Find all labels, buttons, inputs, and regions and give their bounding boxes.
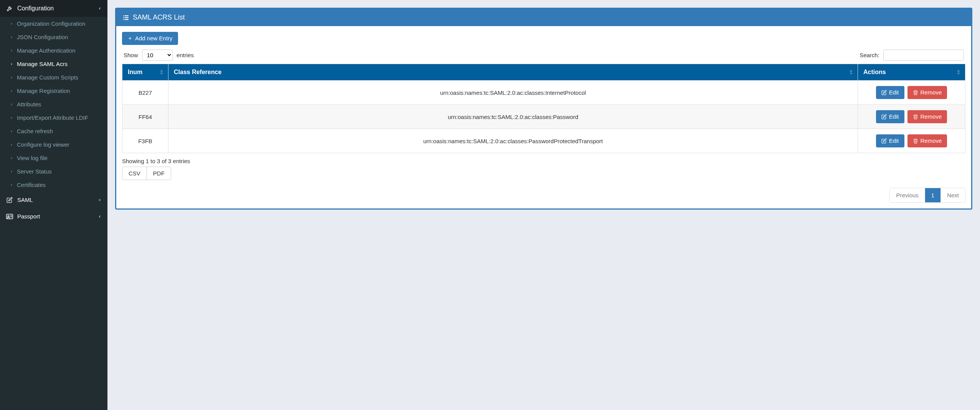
chevron-right-icon — [10, 48, 13, 53]
pagination-page-current[interactable]: 1 — [925, 188, 940, 202]
table-row: FF64urn:oasis:names:tc:SAML:2.0:ac:class… — [122, 105, 965, 129]
svg-marker-15 — [957, 73, 960, 74]
edit-icon — [881, 90, 887, 95]
sidebar-item[interactable]: Configure log viewer — [0, 138, 107, 151]
remove-button-label: Remove — [921, 137, 942, 144]
cell-inum: F3FB — [122, 129, 168, 153]
remove-button-label: Remove — [921, 89, 942, 96]
remove-button[interactable]: Remove — [907, 86, 947, 99]
svg-rect-6 — [123, 17, 124, 18]
table-row: F3FBurn:oasis:names:tc:SAML:2.0:ac:class… — [122, 129, 965, 153]
chevron-left-icon — [98, 197, 102, 203]
search-label: Search: — [860, 52, 879, 58]
sidebar-item-label: Manage SAML Acrs — [17, 61, 68, 67]
edit-button-label: Edit — [889, 113, 899, 120]
remove-button[interactable]: Remove — [907, 134, 947, 147]
cell-class-reference: urn:oasis:names:tc:SAML:2.0:ac:classes:P… — [168, 105, 858, 129]
sidebar-item-label: Manage Authentication — [17, 47, 76, 54]
col-inum-header[interactable]: Inum — [122, 64, 168, 81]
sidebar-item[interactable]: Manage Custom Scripts — [0, 71, 107, 84]
trash-icon — [913, 138, 918, 144]
chevron-right-icon — [10, 129, 13, 134]
cell-actions: EditRemove — [858, 105, 965, 129]
cell-actions: EditRemove — [858, 129, 965, 153]
pagination-next[interactable]: Next — [940, 188, 965, 202]
chevron-right-icon — [10, 75, 13, 80]
chevron-right-icon — [10, 183, 13, 187]
sidebar-item-label: Certificates — [17, 182, 46, 188]
sidebar-item-label: Attributes — [17, 101, 41, 107]
svg-rect-7 — [125, 17, 129, 18]
sidebar-item[interactable]: JSON Configuration — [0, 30, 107, 44]
export-pdf-button[interactable]: PDF — [147, 167, 171, 180]
edit-button[interactable]: Edit — [876, 134, 904, 147]
svg-marker-11 — [160, 73, 163, 74]
edit-button[interactable]: Edit — [876, 110, 904, 123]
sidebar-section-configuration[interactable]: Configuration — [0, 0, 107, 17]
entries-length-select[interactable]: 102550100 — [142, 50, 173, 61]
cell-class-reference: urn:oasis:names:tc:SAML:2.0:ac:classes:I… — [168, 81, 858, 105]
sidebar-section-label: Configuration — [17, 5, 54, 12]
sidebar-item[interactable]: Cache refresh — [0, 124, 107, 138]
svg-marker-14 — [957, 69, 960, 71]
sidebar-item[interactable]: Import/Export Attribute LDIF — [0, 111, 107, 124]
chevron-right-icon — [10, 35, 13, 40]
entries-label: entries — [177, 52, 194, 58]
sidebar-item[interactable]: Attributes — [0, 98, 107, 111]
chevron-right-icon — [10, 142, 13, 147]
svg-marker-12 — [850, 69, 853, 71]
add-new-entry-button[interactable]: Add new Entry — [122, 32, 178, 45]
search-control: Search: — [860, 50, 964, 61]
sidebar-item[interactable]: Manage Registration — [0, 84, 107, 98]
svg-rect-4 — [123, 15, 124, 16]
col-header-label: Inum — [128, 69, 142, 75]
pagination-previous[interactable]: Previous — [890, 188, 924, 202]
col-classref-header[interactable]: Class Reference — [168, 64, 858, 81]
edit-button-label: Edit — [889, 89, 899, 96]
sidebar-section-saml[interactable]: SAML — [0, 192, 107, 208]
svg-marker-10 — [160, 69, 163, 71]
search-input[interactable] — [883, 50, 964, 61]
col-actions-header: Actions — [858, 64, 965, 81]
add-new-entry-label: Add new Entry — [135, 35, 173, 42]
sort-icon — [159, 69, 164, 75]
edit-icon — [881, 114, 887, 119]
svg-rect-5 — [125, 15, 129, 16]
export-csv-button[interactable]: CSV — [122, 167, 147, 180]
svg-rect-9 — [125, 19, 129, 20]
main-content: SAML ACRS List Add new Entry Show 102550… — [107, 0, 980, 410]
sidebar-item[interactable]: Server Status — [0, 165, 107, 178]
id-card-icon — [6, 214, 13, 219]
sidebar-item[interactable]: Organization Configuration — [0, 17, 107, 30]
panel-body: Add new Entry Show 102550100 entries Sea… — [116, 26, 971, 208]
sidebar-item-label: Import/Export Attribute LDIF — [17, 114, 88, 121]
sidebar-item[interactable]: Certificates — [0, 178, 107, 192]
chevron-right-icon — [10, 102, 13, 107]
sort-icon — [956, 69, 961, 75]
chevron-right-icon — [10, 89, 13, 93]
sidebar-item[interactable]: Manage Authentication — [0, 44, 107, 57]
edit-icon — [881, 138, 887, 144]
remove-button[interactable]: Remove — [907, 110, 947, 123]
sidebar-item[interactable]: Manage SAML Acrs — [0, 57, 107, 71]
sort-icon — [848, 69, 854, 75]
chevron-right-icon — [10, 169, 13, 174]
cell-class-reference: urn:oasis:names:tc:SAML:2.0:ac:classes:P… — [168, 129, 858, 153]
export-buttons: CSV PDF — [122, 167, 171, 180]
sidebar-item[interactable]: View log file — [0, 151, 107, 165]
svg-marker-13 — [850, 73, 853, 74]
sidebar-section-label: Passport — [17, 213, 40, 220]
edit-square-icon — [6, 197, 13, 203]
list-icon — [122, 14, 130, 21]
sidebar-item-label: Manage Custom Scripts — [17, 74, 78, 81]
col-header-label: Actions — [863, 69, 886, 75]
table-row: B227urn:oasis:names:tc:SAML:2.0:ac:class… — [122, 81, 965, 105]
table-info: Showing 1 to 3 of 3 entries — [122, 158, 965, 164]
edit-button[interactable]: Edit — [876, 86, 904, 99]
panel-title: SAML ACRS List — [133, 13, 185, 21]
sidebar-item-label: Organization Configuration — [17, 20, 85, 27]
chevron-right-icon — [10, 156, 13, 160]
sidebar-section-passport[interactable]: Passport — [0, 208, 107, 225]
trash-icon — [913, 90, 918, 95]
show-label: Show — [124, 52, 138, 58]
